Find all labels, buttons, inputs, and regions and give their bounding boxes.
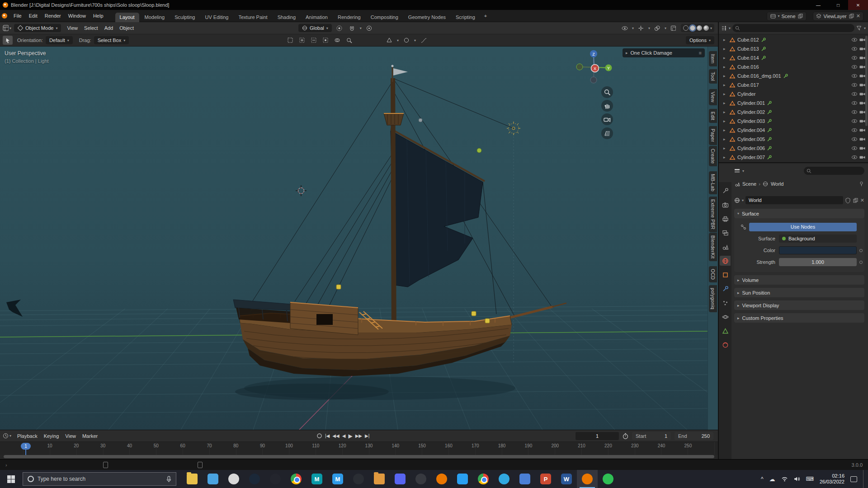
hide-eye-icon[interactable] [851,56,858,60]
play-reverse-button[interactable]: ◀ [342,433,346,438]
taskbar-app-icon[interactable] [577,470,598,488]
outliner-row[interactable]: ▸ Cube.016_dmg.001 [719,71,868,80]
render-camera-icon[interactable] [859,110,865,114]
disclosure-triangle-icon[interactable]: ▸ [723,47,728,51]
shading-solid-icon[interactable] [690,25,695,31]
disclosure-triangle-icon[interactable]: ▸ [723,146,728,150]
viewlayer-selector[interactable]: ViewLayer ✕ [813,12,863,21]
workspace-tab[interactable]: Scripting [451,13,480,22]
properties-tab-physics[interactable] [720,312,731,322]
properties-tab-data[interactable] [720,326,731,336]
outliner-row[interactable]: ▸ Cube.014 [719,53,868,62]
taskbar-app-icon[interactable] [390,470,410,488]
strength-slider[interactable]: 1.000 [779,258,857,266]
outliner-row[interactable]: ▸ Cylinder.005 [719,135,868,144]
object-name[interactable]: Cube.013 [737,46,759,52]
render-camera-icon[interactable] [859,38,865,42]
sidebar-tab-ocd[interactable]: OCD [709,266,717,282]
outliner-row[interactable]: ▸ Cylinder.002 [719,108,868,117]
menu-item[interactable]: Render [41,13,65,19]
taskbar-app-icon[interactable] [598,470,618,488]
disclosure-triangle-icon[interactable]: ▸ [723,137,728,141]
taskbar-app-icon[interactable] [452,470,473,488]
properties-tab-modifiers[interactable] [720,284,731,294]
snap-magnet-icon[interactable] [347,23,357,33]
keyboard-icon[interactable]: ⌨ [806,476,814,482]
workspace-tab[interactable]: Rendering [333,13,365,22]
render-camera-icon[interactable] [859,74,865,78]
falloff-icon[interactable] [419,36,429,45]
timeline-menu-item[interactable]: View [62,433,79,439]
sidebar-tab-tool[interactable]: Tool [709,69,717,84]
properties-tab-material[interactable] [720,340,731,350]
mesh-filter-dropdown-icon[interactable] [384,36,394,45]
outliner-row[interactable]: ▸ Cube.012 [719,35,868,44]
object-name[interactable]: Cylinder.007 [737,155,765,160]
copy-scene-icon[interactable] [797,13,803,19]
sidebar-tab-extremepbr[interactable]: Extreme PBR [709,197,717,232]
viewport-menu-item[interactable]: Object [116,25,137,31]
viewport-menu-item[interactable]: Add [101,25,117,31]
taskbar-app-icon[interactable] [410,470,431,488]
disclosure-triangle-icon[interactable]: ▸ [723,101,728,105]
hide-eye-icon[interactable] [851,146,858,150]
outliner-row[interactable]: ▸ Cube.017 [719,80,868,89]
render-camera-icon[interactable] [859,65,865,69]
workspace-tab[interactable]: Layout [115,13,139,22]
workspace-tab[interactable]: Modeling [140,13,170,22]
maximize-button[interactable]: □ [828,0,848,10]
taskbar-app-icon[interactable] [369,470,390,488]
sidebar-tab-polygoniq[interactable]: polygoniq [709,285,717,312]
hide-eye-icon[interactable] [851,65,858,69]
workspace-tab[interactable]: Sculpting [170,13,199,22]
taskbar-app-icon[interactable] [244,470,265,488]
zoom-view-button[interactable] [601,86,613,98]
transform-orientation-dropdown[interactable]: Global▾ [298,24,332,32]
workspace-tab[interactable]: Texture Paint [234,13,272,22]
disclosure-triangle-icon[interactable]: ▸ [723,128,728,132]
taskbar-app-icon[interactable] [348,470,369,488]
3d-viewport[interactable]: User Perspective (1) Collection | Light … [0,47,708,430]
properties-tab-output[interactable] [720,214,731,224]
timeline-ruler[interactable]: 1020304050607080901001101201301401501601… [0,442,718,455]
taskbar-app-icon[interactable]: M [327,470,348,488]
hide-eye-icon[interactable] [851,38,858,42]
taskbar-app-icon[interactable] [265,470,286,488]
jump-to-start-button[interactable]: |◀ [325,433,330,438]
collapsed-panel-header[interactable]: ▸ Custom Properties [734,313,864,323]
chevron-up-icon[interactable]: ^ [761,476,764,482]
sidebar-tab-mblab[interactable]: MB-Lab [709,171,717,194]
hide-eye-icon[interactable] [851,74,858,78]
close-button[interactable]: ✕ [848,0,868,10]
properties-tab-view-layer[interactable] [720,228,731,238]
workspace-tab[interactable]: Compositing [366,13,403,22]
sidebar-tab-item[interactable]: Item [709,51,717,66]
current-frame-field[interactable]: 1 [576,432,619,440]
collapsed-panel-header[interactable]: ▸ Volume [734,275,864,285]
sidebar-tab-blenderkit[interactable]: BlenderKit [709,233,717,261]
outliner-row[interactable]: ▸ Cylinder.004 [719,126,868,135]
minimize-button[interactable]: — [808,0,828,10]
animate-strength-dot[interactable] [859,261,863,264]
outliner-row[interactable]: ▸ Cylinder.001 [719,99,868,108]
shading-material-icon[interactable] [697,25,702,31]
world-browse-icon[interactable] [734,197,740,203]
outliner-row[interactable]: ▸ Cylinder.007 [719,153,868,162]
taskbar-app-icon[interactable] [286,470,307,488]
notification-center-icon[interactable] [850,476,857,482]
breadcrumb-world[interactable]: World [771,181,784,187]
outliner-row[interactable]: ▸ Cube.016 [719,62,868,71]
timeline-scrollbar[interactable] [4,455,714,458]
object-name[interactable]: Cylinder.006 [737,145,765,151]
surface-shader-dropdown[interactable]: Background [779,235,857,243]
workspace-tab[interactable]: Shading [273,13,300,22]
hide-eye-icon[interactable] [851,92,858,96]
volume-icon[interactable] [794,476,800,482]
taskbar-app-icon[interactable]: W [556,470,577,488]
unlink-datablock-icon[interactable]: ✕ [860,197,864,203]
editor-type-icon[interactable] [3,25,9,31]
timeline-menu-item[interactable]: Playback [14,433,41,439]
properties-tab-render[interactable] [720,200,731,210]
pin-icon[interactable] [859,181,864,187]
menu-item[interactable]: File [10,13,25,19]
